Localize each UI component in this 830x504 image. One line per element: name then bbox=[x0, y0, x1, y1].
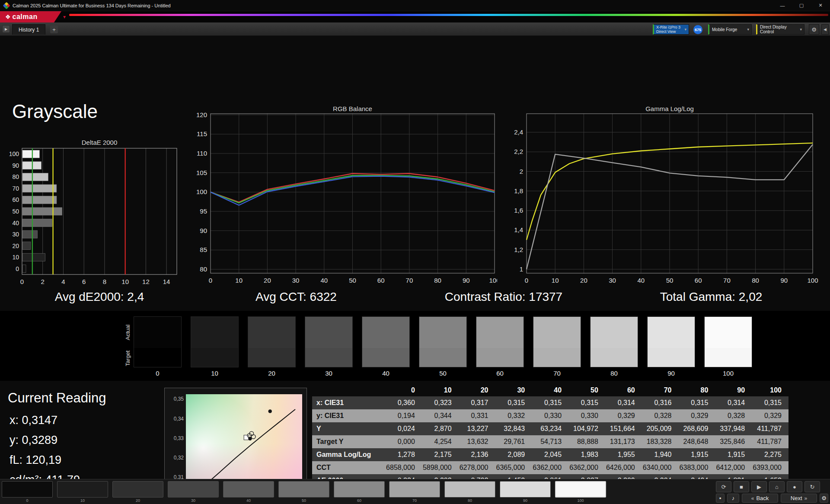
stop-icon: ■ bbox=[740, 484, 743, 490]
x-tick-label: 6 bbox=[82, 278, 86, 285]
grayscale-swatch-100 bbox=[704, 316, 752, 367]
table-cell: 0,344 bbox=[422, 409, 459, 422]
tab-expand-button[interactable]: ▶ bbox=[2, 25, 10, 33]
tab-bar: ▶ History 1 + X-Rite i1Pro 3 Direct View… bbox=[0, 22, 830, 36]
table-row-cct: CCT6858,0005898,0006278,0006365,0006362,… bbox=[312, 461, 788, 474]
measurement-table-wrap: 0102030405060708090100x: CIE310,3600,323… bbox=[312, 384, 788, 487]
patch-button-50[interactable] bbox=[278, 481, 329, 498]
swatch-actual-50 bbox=[419, 317, 466, 348]
logo-dropdown-caret[interactable]: ▾ bbox=[63, 14, 66, 20]
target-marker bbox=[244, 435, 249, 440]
patch-button-30[interactable] bbox=[168, 481, 219, 498]
y-tick-label: 100 bbox=[9, 150, 19, 157]
patch-button-70[interactable] bbox=[389, 481, 440, 498]
row-label: x: CIE31 bbox=[312, 396, 385, 409]
add-tab-button[interactable]: + bbox=[50, 26, 58, 33]
meter-status-badge[interactable]: 675 bbox=[693, 25, 702, 34]
cie-y-tick-label: 0,35 bbox=[166, 396, 184, 403]
x-tick-label: 90 bbox=[780, 277, 788, 284]
table-cell: 4,254 bbox=[422, 435, 459, 448]
table-cell: 6858,000 bbox=[385, 461, 422, 474]
cie-y-tick-label: 0,34 bbox=[166, 416, 184, 423]
grayscale-swatch-40 bbox=[362, 316, 410, 367]
table-cell: 0,024 bbox=[385, 422, 422, 435]
patch-label-30: 30 bbox=[168, 498, 219, 503]
patch-button-20[interactable] bbox=[112, 481, 163, 498]
table-cell: 5898,000 bbox=[422, 461, 459, 474]
patch-button-80[interactable] bbox=[444, 481, 495, 498]
x-tick-label: 60 bbox=[377, 277, 385, 284]
pattern-marker-button[interactable]: ▪ bbox=[716, 494, 725, 503]
back-button[interactable]: « Back bbox=[742, 494, 778, 503]
brand-bar: ❖ calman ▾ bbox=[0, 11, 830, 22]
loop-icon: ⟳ bbox=[721, 484, 726, 490]
display-control-dropdown[interactable]: Direct Display Control ▾ bbox=[756, 24, 804, 35]
row-label: Target Y bbox=[312, 435, 385, 448]
transport-play-button[interactable]: ▶ bbox=[751, 481, 767, 492]
x-tick-label: 40 bbox=[320, 277, 328, 284]
patch-button-60[interactable] bbox=[334, 481, 385, 498]
transport-settings-button[interactable]: ⚙ bbox=[820, 494, 828, 503]
x-tick-label: 100 bbox=[489, 277, 497, 284]
x-tick-label: 0 bbox=[525, 277, 528, 284]
transport-stop-button[interactable]: ■ bbox=[734, 481, 749, 492]
calman-logo[interactable]: ❖ calman bbox=[0, 11, 61, 22]
meter-dropdown[interactable]: X-Rite i1Pro 3 Direct View ▾ bbox=[653, 24, 689, 35]
table-row-y-cie31: y: CIE310,1940,3440,3310,3320,3300,3300,… bbox=[312, 409, 788, 422]
patch-button-90[interactable] bbox=[500, 481, 551, 498]
table-cell: 1,915 bbox=[715, 448, 752, 461]
meter-line2: Direct View bbox=[656, 29, 680, 34]
deltae-bar-40 bbox=[22, 219, 52, 227]
swatch-level-label: 30 bbox=[305, 370, 353, 377]
close-button[interactable]: ✕ bbox=[811, 0, 830, 11]
table-cell: 6426,000 bbox=[605, 461, 642, 474]
table-cell: 6340,000 bbox=[642, 461, 679, 474]
x-tick-label: 80 bbox=[434, 277, 441, 284]
home-icon: ⌂ bbox=[775, 484, 779, 490]
patch-label-60: 60 bbox=[334, 498, 385, 503]
y-tick-label: 1,6 bbox=[514, 207, 523, 214]
panel-toggle-button[interactable]: ◀ bbox=[821, 24, 829, 35]
transport-home-button[interactable]: ⌂ bbox=[769, 481, 785, 492]
patch-button-0[interactable] bbox=[2, 481, 53, 498]
table-cell: 183,328 bbox=[642, 435, 679, 448]
audio-button[interactable]: ♪ bbox=[727, 494, 739, 503]
minimize-button[interactable]: — bbox=[773, 0, 792, 11]
table-cell: 0,330 bbox=[532, 409, 568, 422]
swatch-target-20 bbox=[248, 348, 295, 367]
grayscale-swatch-20 bbox=[248, 316, 296, 367]
patch-button-100[interactable] bbox=[555, 481, 606, 498]
x-tick-label: 30 bbox=[609, 277, 616, 284]
tab-history-1[interactable]: History 1 bbox=[12, 24, 45, 35]
deltae-bar-20 bbox=[22, 242, 31, 250]
y-tick-label: 120 bbox=[196, 112, 207, 118]
next-button[interactable]: Next » bbox=[781, 494, 817, 503]
table-cell: 1,940 bbox=[642, 448, 679, 461]
table-cell: 0,315 bbox=[679, 396, 715, 409]
column-header-20: 20 bbox=[459, 384, 495, 396]
transport-record-button[interactable]: ● bbox=[787, 481, 802, 492]
main-content: Grayscale DeltaE 2000 RGB Balance Gamma … bbox=[0, 36, 830, 479]
patch-button-40[interactable] bbox=[223, 481, 274, 498]
gear-icon[interactable]: ⚙ bbox=[809, 24, 819, 35]
swatch-level-label: 50 bbox=[419, 370, 467, 377]
window-title: Calman 2025 Calman Ultimate for Business… bbox=[13, 3, 171, 8]
x-tick-label: 20 bbox=[580, 277, 587, 284]
table-cell: 6362,000 bbox=[532, 461, 568, 474]
patch-label-0: 0 bbox=[2, 498, 53, 503]
table-cell: 6365,000 bbox=[495, 461, 532, 474]
cie-y-tick-label: 0,33 bbox=[166, 435, 184, 442]
transport-loop-button[interactable]: ⟳ bbox=[716, 481, 731, 492]
transport-refresh-button[interactable]: ↻ bbox=[804, 481, 820, 492]
source-dropdown[interactable]: Mobile Forge ▾ bbox=[708, 24, 752, 35]
swatch-actual-70 bbox=[533, 317, 581, 348]
maximize-button[interactable]: ▢ bbox=[792, 0, 811, 11]
meter-dropdown-label: X-Rite i1Pro 3 Direct View bbox=[656, 25, 680, 34]
x-tick-label: 40 bbox=[637, 277, 645, 284]
y-tick-label: 90 bbox=[200, 227, 207, 234]
rgb-balance-chart-title: RGB Balance bbox=[211, 105, 495, 112]
grayscale-swatch-60 bbox=[476, 316, 524, 367]
column-header-30: 30 bbox=[495, 384, 532, 396]
patch-button-10[interactable] bbox=[57, 481, 108, 498]
table-cell: 205,009 bbox=[642, 422, 679, 435]
